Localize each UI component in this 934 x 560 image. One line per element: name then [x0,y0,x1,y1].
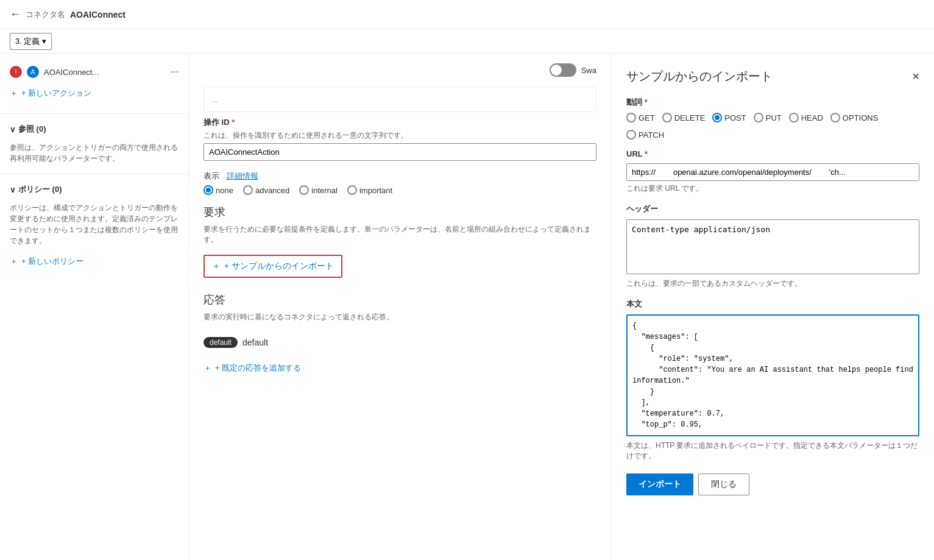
operation-id-input[interactable] [203,143,596,161]
visibility-label: 表示 詳細情報 [203,171,258,180]
url-required: * [645,149,648,158]
visibility-internal[interactable]: internal [299,185,338,195]
header-group: ヘッダー Content-type application/json これらは、… [626,204,919,289]
chevron-icon-2: ∨ [10,185,16,194]
import-button[interactable]: インポート [626,473,693,495]
radio-delete [662,113,672,122]
verb-put[interactable]: PUT [754,113,782,122]
add-policy-icon: ＋ [10,256,18,267]
sidebar: ! A AOAIConnect... ··· ＋ + 新しいアクション ∨ 参照… [0,54,189,560]
add-policy-label: + 新しいポリシー [21,256,83,267]
radio-none [203,185,213,195]
verb-patch[interactable]: PATCH [626,130,664,140]
verb-post[interactable]: POST [712,113,746,122]
add-icon: ＋ [10,88,18,99]
definition-dropdown[interactable]: 3. 定義 ▾ [10,33,52,50]
action-ellipsis-button[interactable]: ··· [171,66,179,77]
chevron-icon: ∨ [10,125,16,134]
verb-get[interactable]: GET [626,113,655,122]
add-response-icon: ＋ [203,363,211,374]
connector-name: AOAIConnect [70,10,126,19]
policy-desc: ポリシーは、構成でアクションとトリガーの動作を変更するために使用されます。定義済… [0,200,188,251]
radio-important [347,185,357,195]
operation-id-label: 操作 ID * [203,117,596,128]
detail-link[interactable]: 詳細情報 [227,171,258,180]
sub-header: 3. 定義 ▾ [0,29,934,54]
panel-title: サンプルからのインポート [626,68,773,85]
toggle-label: Swa [581,66,596,75]
policy-section-header[interactable]: ∨ ポリシー (0) [0,179,188,200]
response-desc: 要求の実行時に基になるコネクタによって返される応答。 [203,312,596,322]
swagger-toggle[interactable] [550,63,576,77]
main-layout: ! A AOAIConnect... ··· ＋ + 新しいアクション ∨ 参照… [0,54,934,560]
required-star: * [232,118,235,127]
default-response-row: default default [203,332,596,353]
divider-1 [0,113,188,114]
add-action-button[interactable]: ＋ + 新しいアクション [10,83,91,104]
header-textarea[interactable]: Content-type application/json [626,219,919,274]
divider-2 [0,174,188,174]
verb-options[interactable]: OPTIONS [830,113,879,122]
radio-post [712,113,722,122]
import-btn-label: + サンプルからのインポート [224,261,334,272]
action-item[interactable]: ! A AOAIConnect... ··· [10,61,179,83]
body-label: 本文 [626,299,919,310]
request-section: 要求 要求を行うために必要な前提条件を定義します。単一のパラメーターは、名前と場… [203,205,596,278]
url-label: URL * [626,149,919,158]
panel-header: サンプルからのインポート × [626,68,919,85]
back-icon: ← [10,8,21,21]
plus-icon: ＋ [212,261,221,272]
verb-head[interactable]: HEAD [789,113,823,122]
visibility-important[interactable]: important [347,185,392,195]
url-group: URL * これは要求 URL です。 [626,149,919,194]
add-policy-button[interactable]: ＋ + 新しいポリシー [10,251,83,272]
add-response-label: + 既定の応答を追加する [215,363,301,374]
middle-content: Swa … 操作 ID * これは、操作を識別するために使用される一意の文字列で… [189,54,611,560]
policy-title: ポリシー (0) [18,184,62,195]
request-desc: 要求を行うために必要な前提条件を定義します。単一のパラメーターは、名前と場所の組… [203,224,596,245]
reference-desc: 参照は、アクションとトリガーの両方で使用される再利用可能なパラメーターです。 [0,140,188,169]
operation-id-group: 操作 ID * これは、操作を識別するために使用される一意の文字列です。 [203,117,596,161]
top-header: ← コネクタ名 AOAIConnect [0,0,934,29]
verb-required: * [645,97,648,107]
add-action-label: + 新しいアクション [21,88,91,99]
reference-section-header[interactable]: ∨ 参照 (0) [0,119,188,140]
verb-group: 動詞 * GET DELETE POST PUT [626,97,919,140]
radio-head [789,113,799,122]
radio-patch [626,130,636,140]
import-sample-button[interactable]: ＋ + サンプルからのインポート [203,255,342,278]
url-hint: これは要求 URL です。 [626,183,919,194]
header-hint: これらは、要求の一部であるカスタムヘッダーです。 [626,278,919,289]
verb-radio-group: GET DELETE POST PUT HEAD [626,113,919,140]
close-panel-button[interactable]: × [912,69,919,83]
add-response-button[interactable]: ＋ + 既定の応答を追加する [203,358,301,378]
default-label: default [242,338,268,347]
visibility-options: none advanced internal important [203,185,596,195]
dropdown-label: 3. 定義 [15,36,40,47]
chevron-down-icon: ▾ [42,37,46,46]
request-title: 要求 [203,205,596,219]
radio-get [626,113,636,122]
action-type-icon: A [27,66,39,78]
panel-actions: インポート 閉じる [626,473,919,495]
url-input[interactable] [626,163,919,181]
back-button[interactable]: ← [10,8,21,21]
error-icon: ! [10,66,22,78]
sidebar-actions-section: ! A AOAIConnect... ··· ＋ + 新しいアクション [0,61,188,108]
default-badge: default [203,337,238,348]
radio-advanced [243,185,253,195]
verb-delete[interactable]: DELETE [662,113,706,122]
reference-title: 参照 (0) [18,124,46,135]
verb-label: 動詞 * [626,97,919,108]
response-title: 応答 [203,292,596,307]
visibility-advanced[interactable]: advanced [243,185,289,195]
visibility-group: 表示 詳細情報 none advanced internal [203,171,596,195]
close-button[interactable]: 閉じる [698,473,749,495]
visibility-none[interactable]: none [203,185,233,195]
radio-put [754,113,763,122]
operation-id-desc: これは、操作を識別するために使用される一意の文字列です。 [203,130,596,141]
body-textarea[interactable]: { "messages": [ { "role": "system", "con… [626,314,919,436]
header-label: ヘッダー [626,204,919,214]
body-hint: 本文は、HTTP 要求に追加されるペイロードです。指定できる本文パラメーターは１… [626,441,919,461]
body-group: 本文 { "messages": [ { "role": "system", "… [626,299,919,461]
